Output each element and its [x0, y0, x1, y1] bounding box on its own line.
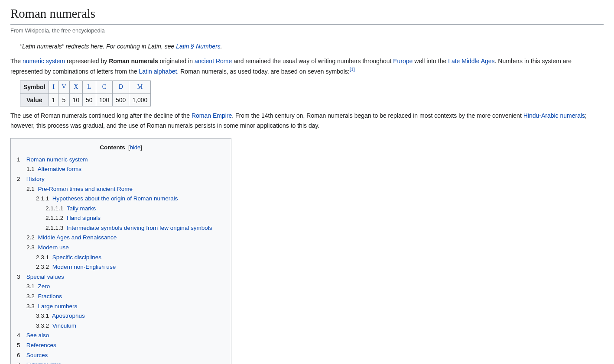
toc-item: 2.1.1.1 Tally marks — [17, 204, 225, 213]
toc-link[interactable]: Pre-Roman times and ancient Rome — [38, 186, 133, 192]
toc-toggle-link[interactable]: hide — [130, 144, 141, 151]
link-late-middle-ages[interactable]: Late Middle Ages — [448, 58, 494, 64]
value-cell: 1,000 — [129, 93, 151, 106]
toc-number: 2.1.1 — [36, 194, 49, 203]
hatnote: "Latin numerals" redirects here. For cou… — [10, 42, 604, 51]
header-value: Value — [20, 93, 49, 106]
toc-number: 2.3.2 — [36, 262, 49, 272]
toc-number: 4 — [17, 331, 23, 340]
toc-number: 3.3.2 — [36, 321, 49, 331]
toc-link[interactable]: Large numbers — [38, 303, 78, 309]
toc-link[interactable]: Roman numeric system — [26, 156, 88, 163]
toc-item: 4 See also — [17, 331, 225, 340]
symbol-link[interactable]: V — [62, 84, 66, 90]
toc-item: 1 Roman numeric system — [17, 155, 225, 164]
toc-number: 2.3 — [26, 243, 35, 252]
toc-link[interactable]: See also — [26, 332, 49, 338]
toc-number: 2.2 — [26, 233, 35, 242]
toc-number: 2.1.1.3 — [45, 223, 63, 233]
toc-number: 1.1 — [26, 164, 35, 174]
hatnote-suffix: . — [221, 43, 222, 50]
page-title: Roman numerals — [10, 0, 604, 25]
toc-link[interactable]: Hypotheses about the origin of Roman num… — [52, 195, 178, 202]
toc-number: 5 — [17, 341, 23, 350]
toc-item: 5 References — [17, 341, 225, 350]
link-europe[interactable]: Europe — [393, 58, 413, 64]
toc-item: 2.3 Modern use — [17, 243, 225, 252]
toc-number: 1 — [17, 155, 23, 164]
toc-number: 7 — [17, 360, 23, 364]
link-ancient-rome[interactable]: ancient Rome — [195, 58, 232, 64]
toc-item: 2.1 Pre-Roman times and ancient Rome — [17, 184, 225, 194]
text: . From the 14th century on, Roman numera… — [232, 112, 523, 119]
toc-number: 3.1 — [26, 282, 35, 291]
text: and remained the usual way of writing nu… — [232, 58, 393, 64]
toc-number: 2.1.1.1 — [45, 204, 63, 213]
toc-item: 3.1 Zero — [17, 282, 225, 291]
toc-number: 3.3.1 — [36, 311, 49, 321]
link-latin-alphabet[interactable]: Latin alphabet — [139, 68, 177, 75]
toc-link[interactable]: References — [26, 342, 56, 348]
toc-item: 3.3.1 Apostrophus — [17, 311, 225, 321]
link-numeric-system[interactable]: numeric system — [23, 58, 65, 64]
bold-roman-numerals: Roman numerals — [109, 58, 158, 64]
toc-item: 3.3 Large numbers — [17, 302, 225, 311]
text: . Roman numerals, as used today, are bas… — [177, 68, 349, 75]
text: The use of Roman numerals continued long… — [10, 112, 192, 119]
toc-list: 1 Roman numeric system1.1 Alternative fo… — [17, 155, 225, 364]
toc-item: 2.3.2 Modern non-English use — [17, 262, 225, 272]
toc-link[interactable]: Apostrophus — [52, 312, 85, 319]
toc-item: 2.1.1 Hypotheses about the origin of Rom… — [17, 194, 225, 203]
toc-link[interactable]: Intermediate symbols deriving from few o… — [67, 225, 212, 231]
table-of-contents: Contents [hide] 1 Roman numeric system1.… — [10, 138, 231, 364]
toc-item: 2.3.1 Specific disciplines — [17, 253, 225, 262]
toc-item: 3.2 Fractions — [17, 292, 225, 301]
toc-number: 3.3 — [26, 302, 35, 311]
toc-link[interactable]: Sources — [26, 352, 48, 358]
toc-item: 2.1.1.3 Intermediate symbols deriving fr… — [17, 223, 225, 233]
text: well into the — [413, 58, 448, 64]
text: represented by — [65, 58, 109, 64]
value-cell: 100 — [96, 93, 112, 106]
toc-link[interactable]: Fractions — [38, 293, 62, 300]
toc-item: 2.2 Middle Ages and Renaissance — [17, 233, 225, 242]
header-symbol: Symbol — [20, 81, 49, 93]
symbol-link[interactable]: X — [74, 84, 78, 90]
link-roman-empire[interactable]: Roman Empire — [192, 112, 232, 119]
toc-link[interactable]: Modern non-English use — [52, 264, 116, 270]
toc-link[interactable]: Modern use — [38, 244, 69, 251]
link-hindu-arabic-numerals[interactable]: Hindu-Arabic numerals — [523, 112, 585, 119]
symbol-link[interactable]: C — [102, 84, 106, 90]
value-cell: 50 — [83, 93, 96, 106]
hatnote-link[interactable]: Latin § Numbers — [176, 43, 221, 50]
intro-paragraph-2: The use of Roman numerals continued long… — [10, 111, 604, 130]
toc-item: 7 External links — [17, 360, 225, 364]
text: originated in — [158, 58, 195, 64]
value-cell: 10 — [69, 93, 83, 106]
toc-item: 2 History — [17, 174, 225, 184]
symbol-link[interactable]: M — [137, 84, 143, 90]
page-subtitle: From Wikipedia, the free encyclopedia — [10, 26, 604, 35]
toc-link[interactable]: Middle Ages and Renaissance — [38, 234, 117, 241]
toc-link[interactable]: History — [26, 176, 45, 182]
toc-link[interactable]: Alternative forms — [38, 166, 81, 172]
toc-link[interactable]: External links — [26, 361, 61, 364]
toc-link[interactable]: Specific disciplines — [52, 254, 101, 261]
reference-1[interactable]: [1] — [350, 67, 355, 72]
toc-link[interactable]: Zero — [38, 283, 50, 290]
symbol-link[interactable]: L — [88, 84, 91, 90]
intro-paragraph-1: The numeric system represented by Roman … — [10, 56, 604, 76]
toc-number: 3 — [17, 272, 23, 282]
toc-link[interactable]: Vinculum — [52, 322, 76, 329]
symbol-link[interactable]: I — [52, 84, 55, 90]
toc-title: Contents — [100, 144, 125, 151]
symbol-link[interactable]: D — [119, 84, 123, 90]
toc-number: 2.3.1 — [36, 253, 49, 262]
toc-link[interactable]: Hand signals — [67, 215, 101, 221]
text: The — [10, 58, 23, 64]
symbols-table: Symbol I V X L C D M Value 1 5 10 50 100… — [20, 81, 151, 106]
toc-link[interactable]: Special values — [26, 274, 64, 280]
toc-link[interactable]: Tally marks — [67, 205, 96, 212]
value-cell: 500 — [113, 93, 129, 106]
value-cell: 1 — [49, 93, 58, 106]
